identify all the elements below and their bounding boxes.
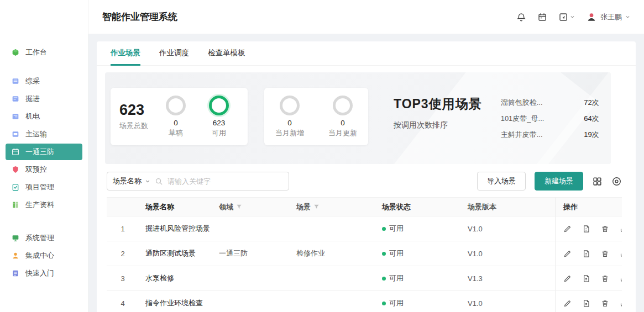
- cell-actions: [555, 216, 622, 241]
- sidebar-item-xitongguanli[interactable]: 系统管理: [6, 230, 82, 246]
- app-switch-icon: [558, 12, 568, 22]
- copy-button[interactable]: [582, 225, 590, 233]
- settings-target-icon: [611, 176, 622, 187]
- user-menu[interactable]: 张王鹏: [586, 12, 630, 23]
- avatar: [586, 12, 597, 23]
- export-icon: [620, 274, 622, 283]
- shield-icon: [11, 165, 20, 174]
- header-scene-name: 场景名称: [139, 198, 212, 216]
- ventilation-module-icon: [11, 147, 20, 156]
- search-box: 场景名称: [107, 172, 289, 191]
- page-title: 智能作业管理系统: [102, 10, 177, 23]
- draft-ring: 0 草稿: [160, 96, 191, 138]
- draft-ring-icon: [166, 96, 186, 115]
- top3-item-name: 溜筒包胶检...: [501, 98, 543, 108]
- export-icon: [620, 225, 622, 233]
- sidebar-item-jichengzhongxin[interactable]: 集成中心: [6, 247, 82, 264]
- table-row: 2 通防区测试场景 一通三防 检修作业 可用 V1.0: [107, 241, 622, 266]
- search-input[interactable]: [167, 177, 283, 186]
- pencil-icon: [563, 250, 572, 258]
- available-count: 623: [213, 119, 226, 127]
- copy-button[interactable]: [582, 299, 590, 308]
- top3-item-count: 19次: [584, 130, 599, 140]
- top3-title: TOP3使用场景: [394, 96, 482, 113]
- sidebar-item-workbench[interactable]: 工作台: [6, 44, 82, 61]
- month-new-count: 0: [287, 119, 292, 127]
- cell-index: 4: [107, 291, 139, 312]
- cell-index: 3: [107, 266, 139, 290]
- sidebar-item-juejin[interactable]: 掘进: [6, 91, 82, 107]
- sidebar-item-zhuyunshu[interactable]: 主运输: [6, 126, 82, 142]
- sidebar-item-kuairurumen[interactable]: 快速入门: [6, 265, 82, 282]
- month-updated-ring-icon: [333, 96, 353, 115]
- create-scene-button[interactable]: 新建场景: [535, 172, 583, 191]
- notification-bell-button[interactable]: [516, 12, 526, 22]
- month-updated-count: 0: [341, 119, 345, 127]
- card-view-toggle-button[interactable]: [592, 176, 603, 187]
- sidebar-item-shengchanziliao[interactable]: 生产资料: [6, 197, 82, 213]
- cell-status: 可用: [375, 291, 461, 312]
- scene-total-label: 场景总数: [119, 121, 148, 131]
- monthly-stats-card: 0 当月新增 0 当月更新: [264, 88, 368, 145]
- table-row: 1 掘进机风险管控场景 可用 V1.0: [107, 216, 622, 241]
- tab-schedule[interactable]: 作业调度: [159, 41, 189, 66]
- edit-button[interactable]: [563, 274, 572, 283]
- filter-funnel-icon: [313, 204, 320, 210]
- transport-module-icon: [11, 130, 20, 139]
- month-updated-label: 当月更新: [328, 128, 357, 138]
- status-dot: [382, 277, 386, 281]
- monitor-icon: [11, 234, 20, 242]
- document-icon: [582, 250, 590, 258]
- tab-scene[interactable]: 作业场景: [111, 41, 140, 66]
- available-ring: 623 可用: [203, 96, 234, 138]
- sidebar-item-shuangyukong[interactable]: 双预控: [6, 161, 82, 178]
- status-dot: [382, 252, 386, 256]
- delete-button[interactable]: [601, 274, 609, 283]
- delete-button[interactable]: [601, 299, 609, 308]
- domain-filter-button[interactable]: [236, 204, 242, 210]
- document-icon: [582, 299, 590, 308]
- export-button[interactable]: [620, 274, 622, 283]
- cell-scene-name: 指令作业环境检查: [139, 291, 212, 312]
- copy-button[interactable]: [582, 250, 590, 258]
- scene-table: 场景名称 领域 场景 场景状: [107, 197, 622, 312]
- app-switch-button[interactable]: [558, 12, 575, 22]
- copy-button[interactable]: [582, 274, 590, 283]
- export-button[interactable]: [620, 250, 622, 258]
- sidebar-item-jidian[interactable]: 机电: [6, 108, 82, 125]
- top3-panel: TOP3使用场景 按调用次数排序 溜筒包胶检... 72次 101皮带_母...: [394, 88, 599, 146]
- sidebar-item-label: 工作台: [25, 47, 47, 57]
- scene-filter-button[interactable]: [313, 204, 320, 210]
- table-row: 4 指令作业环境检查 可用 V1.0: [107, 291, 622, 312]
- edit-button[interactable]: [563, 250, 572, 258]
- table-row: 3 水泵检修 可用 V1.3: [107, 266, 622, 291]
- top3-list: 溜筒包胶检... 72次 101皮带_母... 64次 主斜井皮带... 19次: [501, 96, 599, 146]
- guide-icon: [11, 269, 20, 278]
- export-button[interactable]: [620, 225, 622, 233]
- export-button[interactable]: [620, 299, 622, 308]
- import-scene-button[interactable]: 导入场景: [477, 172, 526, 191]
- table-toolbar: 场景名称 导入场景 新建场景: [107, 172, 622, 191]
- edit-button[interactable]: [563, 299, 572, 308]
- top3-item: 溜筒包胶检... 72次: [501, 98, 599, 108]
- search-field-select[interactable]: 场景名称: [113, 176, 150, 186]
- status-dot: [382, 227, 386, 231]
- top3-item-name: 主斜井皮带...: [501, 130, 543, 140]
- mining-module-icon: [11, 77, 20, 86]
- sidebar-item-xiangmuguanli[interactable]: 项目管理: [6, 179, 82, 195]
- table-settings-button[interactable]: [611, 176, 622, 187]
- chevron-down-icon: [570, 14, 575, 19]
- cell-index: 2: [107, 241, 139, 266]
- tab-checklist-template[interactable]: 检查单模板: [208, 41, 245, 66]
- delete-button[interactable]: [601, 250, 609, 258]
- delete-button[interactable]: [601, 225, 609, 233]
- tunneling-module-icon: [11, 94, 20, 103]
- sidebar-item-yitongsanfang[interactable]: 一通三防: [6, 144, 82, 160]
- sidebar-item-label: 双预控: [25, 165, 47, 174]
- sidebar-item-label: 一通三防: [25, 147, 54, 157]
- edit-button[interactable]: [563, 225, 572, 233]
- calendar-button[interactable]: [537, 12, 547, 22]
- sidebar-item-label: 系统管理: [25, 233, 54, 243]
- sidebar-item-zongcai[interactable]: 综采: [6, 73, 82, 89]
- tab-bar: 作业场景 作业调度 检查单模板: [97, 41, 636, 66]
